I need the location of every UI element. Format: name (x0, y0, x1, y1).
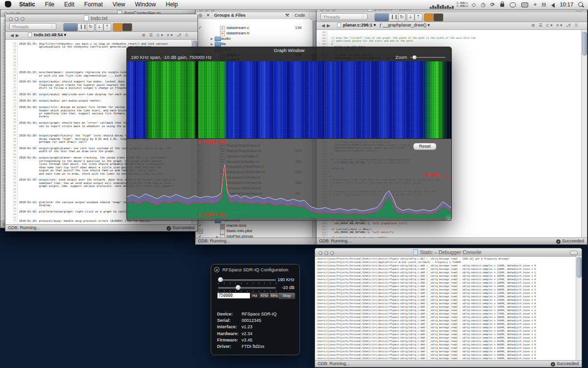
step-over-button[interactable]: ⇡ (103, 23, 111, 31)
gdb-status: GDB: Running… (198, 238, 231, 243)
gain-slider-knob[interactable] (236, 285, 241, 290)
step-over-button[interactable]: ⇡ (415, 13, 422, 22)
console-log-line: /Users/cjones/Projects/Personal/Static/s… (317, 274, 575, 278)
menu-item-static[interactable]: Static (14, 0, 40, 9)
console-titlebar[interactable]: Static – Debugger Console (315, 248, 582, 257)
debugger-console-window[interactable]: Static – Debugger Console /Users/cjones/… (315, 248, 582, 368)
spotlight-icon[interactable] (578, 2, 583, 7)
span-slider[interactable] (218, 279, 276, 281)
todo-titlebar[interactable]: todo.txt (5, 14, 197, 23)
unit-khz-button[interactable]: KHz (259, 292, 270, 298)
file-row-static-info-plist[interactable]: –Static-Info.plist (196, 229, 310, 234)
breakpoints-button[interactable] (113, 23, 123, 31)
step-into-button[interactable]: ⇣ (407, 13, 415, 22)
menu-item-edit[interactable]: Edit (59, 0, 79, 9)
console-scrollbar[interactable] (576, 256, 582, 361)
console-log[interactable]: /Users/cjones/Projects/Personal/Static/s… (317, 257, 575, 360)
plist-file-icon (220, 229, 225, 235)
debug-capsule-button[interactable] (374, 13, 389, 22)
zoom-slider-knob[interactable] (413, 55, 416, 59)
level-tick (442, 176, 451, 177)
lock-icon[interactable] (500, 3, 504, 7)
airport-icon[interactable]: ◇ (472, 1, 476, 8)
cpu-history-meter[interactable] (430, 2, 454, 7)
unit-hz-button[interactable]: Hz (250, 292, 259, 298)
network-throughput-meter[interactable]: 3.3KB/s3.3KB/s (457, 1, 468, 7)
ichat-icon[interactable] (510, 2, 516, 7)
disclosure-triangle-icon[interactable]: ▶ (211, 37, 213, 40)
toolbar-pill-button[interactable] (570, 251, 578, 255)
clock-icon[interactable]: ◷ (481, 1, 486, 8)
zoom-slider[interactable] (410, 57, 445, 58)
close-icon[interactable] (318, 251, 322, 255)
displays-icon[interactable] (521, 2, 528, 7)
scrollbar-thumb[interactable] (582, 32, 587, 55)
window-controls[interactable] (9, 16, 26, 22)
file-row-marvin-icns[interactable]: ✓marvin.icns (196, 223, 310, 228)
step-into-button[interactable]: ⇣ (96, 23, 103, 31)
restart-button[interactable]: ↻ (87, 23, 95, 31)
minimize-icon[interactable] (15, 17, 19, 21)
target-checkbox[interactable]: ✓ (198, 26, 202, 30)
sdr-config-panel[interactable]: ✕ RFSpace SDR-IQ Configuration 190 KHz -… (211, 264, 300, 355)
breakpoints-button[interactable] (424, 13, 434, 22)
menu-item-window[interactable]: Window (130, 0, 161, 9)
waterfall-spectrogram[interactable] (127, 61, 451, 138)
zoom-label: Zoom (395, 53, 407, 61)
close-icon[interactable] (9, 17, 13, 21)
sync-icon[interactable]: ⟳ (490, 1, 495, 8)
function-popup[interactable]: ƒ __graphplanar_draw() ▾ (379, 23, 430, 27)
groups-files-column-header[interactable]: Groups & Files (214, 13, 245, 18)
file-row-datastream-h[interactable]: Hdatastream.h (196, 31, 310, 36)
navbar-buttons[interactable]: ⊞ ☰ C▾ #▾ ⎇ ⚿ (142, 33, 190, 38)
info-value: RFSpace SDR-IQ (242, 312, 277, 316)
window-controls[interactable] (318, 250, 336, 256)
volume-icon[interactable] (551, 3, 555, 8)
threads-popup[interactable]: Threads⋮ (9, 23, 56, 30)
file-row-file[interactable]: ▶file (196, 42, 310, 47)
icns-file-icon (220, 224, 225, 229)
resize-grip[interactable] (446, 215, 451, 220)
menu-item-file[interactable]: File (40, 0, 59, 9)
menu-item-help[interactable]: Help (161, 0, 183, 9)
scrollbar-thumb[interactable] (577, 257, 582, 278)
target-checkbox[interactable]: – (198, 229, 203, 234)
graph-window[interactable]: Graph Window 190 KHz span, -10 dB gain, … (126, 47, 452, 221)
stop-button[interactable]: Stop (278, 292, 295, 299)
console-button[interactable] (122, 23, 132, 31)
spectrum-traces (127, 139, 451, 221)
frequency-input[interactable]: 750000 (217, 292, 250, 299)
target-checkbox[interactable]: ✓ (198, 223, 202, 228)
file-location[interactable]: todo.txt:49:54 ▾ (28, 32, 66, 37)
debug-capsule-button[interactable] (63, 23, 78, 31)
threads-popup[interactable]: Threads⋮ (320, 13, 368, 20)
menu-item-format[interactable]: Format (79, 0, 108, 9)
console-log-line: /Users/cjones/Projects/Personal/Static/s… (317, 302, 575, 305)
universal-access-icon[interactable]: ⌖ (534, 1, 537, 8)
restart-button[interactable]: ↻ (398, 13, 406, 22)
history-arrows[interactable]: ◀▶ (321, 23, 332, 28)
file-row-datastream-c[interactable]: ✓Cdatastream.c13K (196, 26, 310, 30)
console-log-line: /Users/cjones/Projects/Personal/Static/s… (317, 312, 575, 315)
gain-slider[interactable] (218, 287, 276, 289)
menu-item-view[interactable]: View (108, 0, 130, 9)
console-button[interactable] (433, 13, 443, 22)
disclosure-triangle-icon[interactable]: ▶ (211, 42, 213, 46)
zoom-icon[interactable] (330, 251, 334, 255)
reset-button[interactable]: Reset (413, 143, 437, 150)
menu-clock[interactable]: 10:17 (560, 1, 573, 7)
zoom-icon[interactable] (21, 17, 24, 21)
editor-scrollbar[interactable] (581, 30, 587, 238)
file-list-header[interactable]: ◎ ✕ Groups & Files ⚒ Code (196, 12, 318, 20)
graph-window-titlebar[interactable]: Graph Window (127, 47, 451, 53)
file-location[interactable]: planar.c:296:1 ▾ (337, 23, 376, 27)
spectrum-graph[interactable]: 0.729683 MHz 0.729683 MHz -40 dBm Reset (127, 138, 451, 221)
navbar-buttons[interactable]: ⊞ ☰ C▾ #▾ ⎇ ⚿ (531, 23, 579, 28)
file-row-audio[interactable]: ▶audio (196, 36, 310, 41)
minimize-icon[interactable] (324, 251, 328, 255)
span-slider-knob[interactable] (218, 277, 223, 282)
code-column-header[interactable]: Code (294, 13, 305, 18)
keyboard-viewer-icon[interactable]: ⊟ (541, 1, 546, 8)
history-arrows[interactable]: ◀▶ (10, 33, 21, 38)
apple-menu-icon[interactable] (5, 1, 11, 7)
